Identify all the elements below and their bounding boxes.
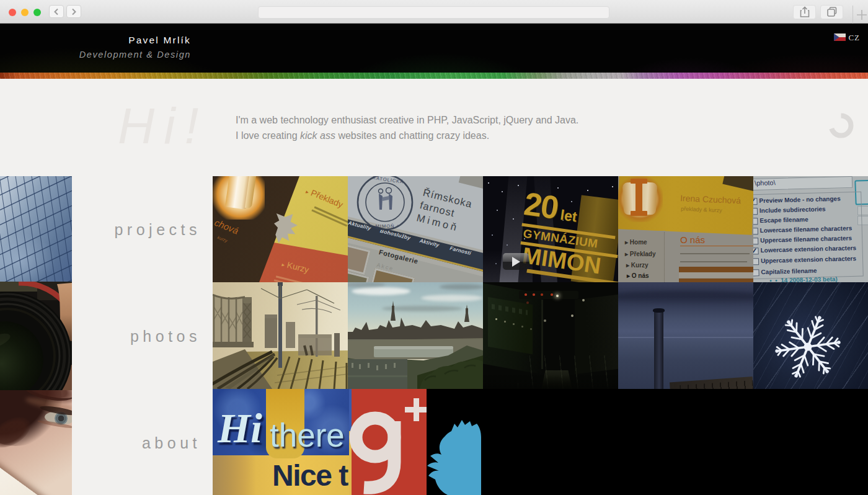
svg-text:+ MIMOŇ +: + MIMOŇ + — [370, 223, 400, 229]
